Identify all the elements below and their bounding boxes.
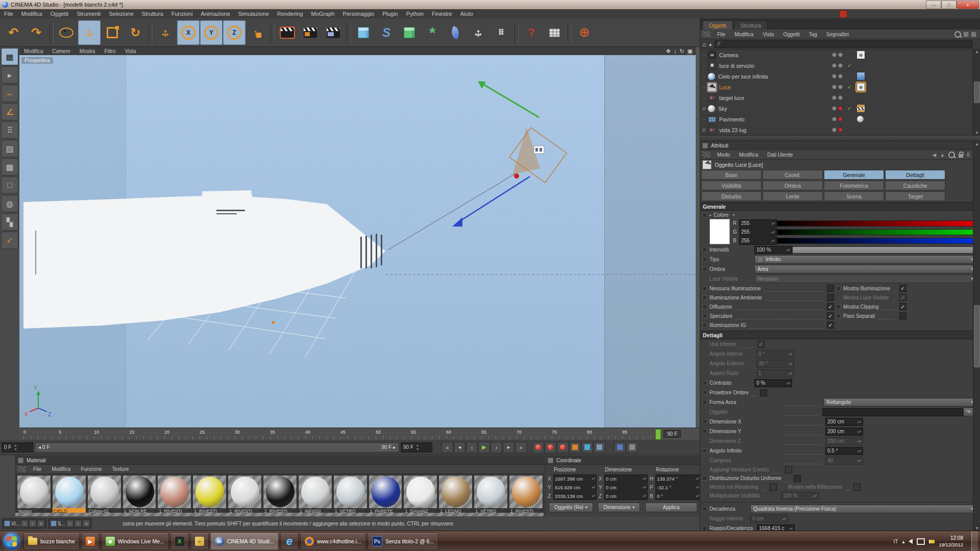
g-value-field[interactable]: 255▴▾ [739,228,777,236]
size-mode-button[interactable]: Dimensione▾ [598,503,640,512]
polygons-mode-icon[interactable]: ▩ [1,158,18,176]
render-view-icon[interactable] [276,20,299,45]
material-item[interactable]: 1_DAVANZ [403,475,437,515]
tab-target[interactable]: Target [885,191,945,201]
position-x-field[interactable]: 1597.398 cm▴▾ [553,474,597,483]
object-axis-icon[interactable]: □ [1,177,18,194]
section-generale[interactable]: Generale [700,202,980,211]
tab-struttura[interactable]: Struttura [734,20,768,30]
taskbar-item-firefox[interactable]: www.c4dhotline.i... [300,533,366,550]
menu-selezione[interactable]: Selezione [105,9,137,18]
menu-mograph[interactable]: MoGraph [307,9,339,18]
pass-separati-checkbox[interactable] [899,312,906,319]
history-up-icon[interactable]: ▲ [940,152,945,158]
null-object-icon[interactable]: 10 [707,126,717,135]
x-axis-lock-icon[interactable]: X [177,20,200,45]
taskbar-item-internet-explorer[interactable]: e [280,533,299,550]
window-titlebar[interactable]: CINEMA 4D Studio - [modelli bianchi 2.c4… [0,0,980,9]
filter-icon[interactable] [963,32,969,37]
keyframe-box[interactable] [702,419,707,424]
visibility-dots[interactable] [832,85,843,89]
ship-model[interactable] [23,190,385,329]
material-item[interactable]: 1_NON RE [122,475,157,515]
close-button[interactable]: × [957,1,979,9]
om-menu-modifica[interactable]: Modifica [730,32,758,37]
layout-icon[interactable] [839,10,847,18]
keyframe-box[interactable] [836,314,841,318]
position-z-field[interactable]: 2039.138 cm▴▾ [553,492,597,500]
material-item[interactable]: 1_VETRO [333,475,368,515]
material-item[interactable]: 1_RIVESTI [228,475,262,515]
light-object-icon[interactable] [707,83,717,92]
intensita-slider[interactable] [792,246,976,254]
undo-icon[interactable]: ↶ [2,20,24,45]
move-tool-icon[interactable]: ↔↕ [78,20,101,45]
materials-menu-texture[interactable]: Texture [107,466,134,472]
keyframe-box[interactable] [702,286,707,291]
keyframe-box[interactable] [702,448,707,453]
viewport-3d-canvas[interactable]: Y X Z Prospettiva [19,55,696,428]
taskbar-item-cinema4d[interactable]: 4DCINEMA 4D Studi... [210,533,279,550]
panel-grip-icon[interactable] [18,466,26,472]
menu-simulazione[interactable]: Simulazione [234,9,273,18]
texture-mode-icon[interactable]: ◍ [1,195,18,212]
view-label[interactable]: Prospettiva [21,57,53,64]
primitive-cube-icon[interactable] [352,20,375,45]
material-item[interactable]: 1_VETRO [474,475,508,515]
keyframe-box[interactable] [702,247,707,252]
attributes-header[interactable]: Attributi [700,141,980,150]
oggetto-field[interactable] [822,408,963,416]
minimized-window-tab[interactable]: Vi... ▫ ▫ × [2,518,46,529]
keyframe-box[interactable] [702,213,707,217]
next-frame-icon[interactable]: › [491,442,502,453]
model-mode-icon[interactable]: ▸ [1,66,18,84]
keyframe-box[interactable] [702,526,707,531]
attributes-scrollbar[interactable]: ▲ ▼ [973,142,980,531]
subdivision-surface-icon[interactable] [398,20,421,45]
visibility-dots[interactable] [832,63,843,68]
menu-modifica[interactable]: Modifica [17,9,46,18]
up-icon[interactable]: ▲ [708,42,713,47]
history-back-icon[interactable]: ◀ [932,152,936,158]
keyframe-box[interactable] [702,295,707,300]
tab-base[interactable]: Base [701,170,762,180]
proiettore-ombre-checkbox[interactable] [760,389,767,396]
enabled-check-icon[interactable]: ✓ [847,84,851,90]
floor-object-icon[interactable] [707,115,717,124]
material-item[interactable]: Nuovo [17,475,51,515]
tab-caustiche[interactable]: Caustiche [885,181,945,190]
tab-disturbo[interactable]: Disturbo [701,191,762,201]
end-frame-field[interactable]: 90 F▴▾ [401,442,432,453]
menu-struttura[interactable]: Struttura [138,9,167,18]
maximize-button[interactable]: □ [941,1,957,9]
material-item[interactable]: 1_RIVESTI [509,475,543,515]
z-axis-lock-icon[interactable]: Z [223,20,246,45]
menu-aiuto[interactable]: Aiuto [456,9,477,18]
restore-icon[interactable]: ▫ [21,520,28,527]
visibility-dots[interactable] [832,106,843,111]
keyframe-box[interactable] [702,507,707,511]
keyframe-box[interactable] [702,314,707,318]
object-row-pavimento[interactable]: – Pavimento [700,114,980,124]
object-tree-scrollbar[interactable]: ▲ ▼ [973,49,980,135]
viewport-menu-filtro[interactable]: Filtro [100,48,120,54]
z-axis-arrow[interactable] [452,177,530,227]
object-row-luce-di-servizio[interactable]: – +× luce di servizio ✓ [700,60,980,71]
texture-axis-icon[interactable]: ↔ [1,85,18,102]
record-rotation-icon[interactable] [557,442,569,453]
tab-scena[interactable]: Scena [824,191,884,201]
panel-grip-icon[interactable] [702,31,710,37]
pla-icon[interactable] [594,442,605,453]
show-desktop-button[interactable] [971,531,978,551]
scroll-up-icon[interactable]: ▲ [975,49,979,54]
menu-file[interactable]: File [0,9,17,18]
keyframe-box[interactable] [836,286,841,291]
menu-funzioni[interactable]: Funzioni [167,9,197,18]
particles-icon[interactable]: ⠿ [490,20,512,45]
coordinate-mode-button[interactable]: Oggetto (Rel▾ [549,503,593,512]
timeline-scrollbar[interactable]: ◂ 0 F 90 F ▸ [35,442,399,453]
material-item[interactable]: 1_RIVESTI [157,475,191,515]
keyframe-box[interactable] [702,267,707,271]
menu-animazione[interactable]: Animazione [197,9,234,18]
material-item[interactable]: 1_RIVESTI [192,475,227,515]
